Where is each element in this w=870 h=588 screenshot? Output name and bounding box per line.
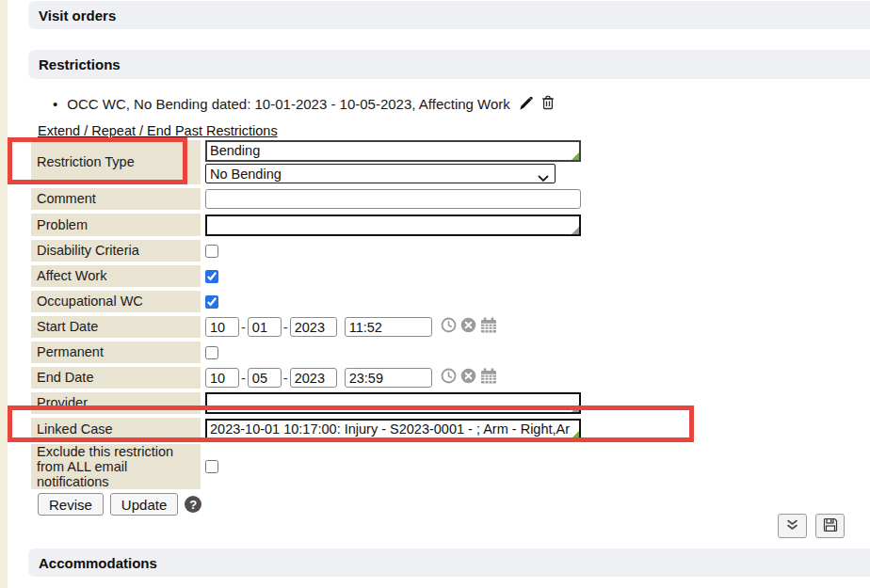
page-left-margin [0, 0, 8, 588]
resize-grip-icon[interactable] [572, 152, 579, 160]
calendar-icon[interactable] [480, 368, 497, 388]
problem-textarea[interactable] [205, 215, 581, 236]
occupational-wc-label: Occupational WC [31, 291, 201, 312]
end-month-input[interactable] [205, 368, 239, 388]
affect-work-label: Affect Work [31, 265, 201, 287]
resize-grip-icon[interactable] [572, 227, 579, 234]
form-row-restriction-type: Restriction Type Bending No Bending [31, 140, 747, 184]
form-buttons-row: Revise Update ? [38, 493, 747, 516]
clock-icon[interactable] [441, 317, 457, 337]
save-button[interactable] [815, 514, 845, 538]
provider-textarea-wrap [205, 392, 581, 414]
form-row-affect-work: Affect Work [31, 265, 747, 287]
update-button[interactable]: Update [110, 493, 178, 516]
start-date-label: Start Date [31, 316, 201, 338]
form-row-provider: Provider [31, 392, 747, 414]
restriction-type-label: Restriction Type [31, 140, 201, 184]
restriction-list-item: • OCC WC, No Bending dated: 10-01-2023 -… [53, 94, 556, 113]
pencil-icon [518, 95, 533, 113]
comment-label: Comment [31, 188, 201, 210]
date-separator: - [283, 371, 288, 386]
exclude-email-label: Exclude this restriction from ALL email … [31, 444, 201, 489]
calendar-icon[interactable] [480, 317, 497, 337]
section-header-accommodations: Accommodations [28, 548, 870, 577]
extend-repeat-end-link[interactable]: Extend / Repeat / End Past Restrictions [38, 123, 278, 138]
permanent-label: Permanent [31, 342, 201, 363]
linked-case-textarea[interactable]: 2023-10-01 10:17:00: Injury - S2023-0001… [205, 419, 581, 440]
restriction-type-textarea[interactable]: Bending [205, 140, 581, 162]
restriction-type-select-wrap: No Bending [205, 164, 556, 183]
question-mark-icon: ? [189, 498, 197, 512]
comment-input[interactable] [205, 189, 581, 209]
disability-criteria-label: Disability Criteria [31, 240, 201, 262]
clock-icon[interactable] [441, 368, 457, 388]
form-row-permanent: Permanent [31, 342, 747, 363]
section-header-restrictions: Restrictions [28, 50, 870, 79]
linked-case-textarea-wrap: 2023-10-01 10:17:00: Injury - S2023-0001… [205, 419, 581, 440]
restriction-type-text-wrap: Bending [205, 140, 581, 162]
end-year-input[interactable] [290, 368, 337, 388]
double-chevron-down-icon [786, 519, 798, 533]
delete-restriction-button[interactable] [540, 94, 556, 113]
permanent-checkbox[interactable] [205, 346, 218, 359]
affect-work-checkbox[interactable] [205, 270, 218, 283]
problem-label: Problem [31, 214, 201, 236]
occupational-wc-checkbox[interactable] [205, 295, 218, 309]
form-row-start-date: Start Date - - [31, 316, 747, 338]
restriction-item-text: OCC WC, No Bending dated: 10-01-2023 - 1… [67, 96, 510, 112]
collapse-section-button[interactable] [778, 514, 807, 538]
circle-x-icon[interactable] [460, 317, 476, 337]
provider-textarea[interactable] [205, 392, 581, 414]
floppy-disk-icon [823, 517, 838, 535]
edit-restriction-button[interactable] [518, 95, 533, 113]
page: Visit orders Restrictions • OCC WC, No B… [0, 0, 870, 588]
linked-case-label: Linked Case [31, 418, 201, 440]
section-header-visit-orders: Visit orders [28, 1, 870, 29]
form-row-exclude-email: Exclude this restriction from ALL email … [31, 444, 747, 489]
restriction-form: Restriction Type Bending No Bending Comm… [31, 140, 747, 516]
exclude-email-checkbox[interactable] [205, 460, 218, 473]
form-row-linked-case: Linked Case 2023-10-01 10:17:00: Injury … [31, 418, 747, 440]
date-separator: - [283, 320, 288, 335]
date-separator: - [241, 371, 246, 386]
end-time-input[interactable] [345, 368, 432, 388]
form-row-comment: Comment [31, 188, 747, 210]
start-day-input[interactable] [248, 317, 282, 337]
provider-label: Provider [31, 392, 201, 414]
form-row-disability-criteria: Disability Criteria [31, 240, 747, 262]
help-button[interactable]: ? [185, 496, 201, 513]
trash-icon [540, 94, 556, 113]
start-month-input[interactable] [205, 317, 239, 337]
restriction-type-select[interactable]: No Bending [205, 164, 556, 183]
section-title: Accommodations [39, 555, 157, 571]
section-title: Restrictions [39, 56, 121, 72]
resize-grip-icon[interactable] [572, 431, 579, 438]
end-date-label: End Date [31, 367, 201, 389]
section-title: Visit orders [39, 8, 116, 24]
start-time-input[interactable] [345, 317, 432, 337]
bullet-marker: • [53, 96, 57, 112]
form-row-end-date: End Date - - [31, 367, 747, 389]
revise-button[interactable]: Revise [38, 493, 104, 516]
problem-textarea-wrap [205, 215, 581, 236]
start-year-input[interactable] [290, 317, 337, 337]
circle-x-icon[interactable] [460, 368, 476, 388]
resize-grip-icon[interactable] [572, 405, 579, 412]
form-row-problem: Problem [31, 214, 747, 236]
date-separator: - [241, 320, 246, 335]
disability-criteria-checkbox[interactable] [205, 245, 218, 258]
end-day-input[interactable] [248, 368, 282, 388]
form-row-occupational-wc: Occupational WC [31, 291, 747, 312]
